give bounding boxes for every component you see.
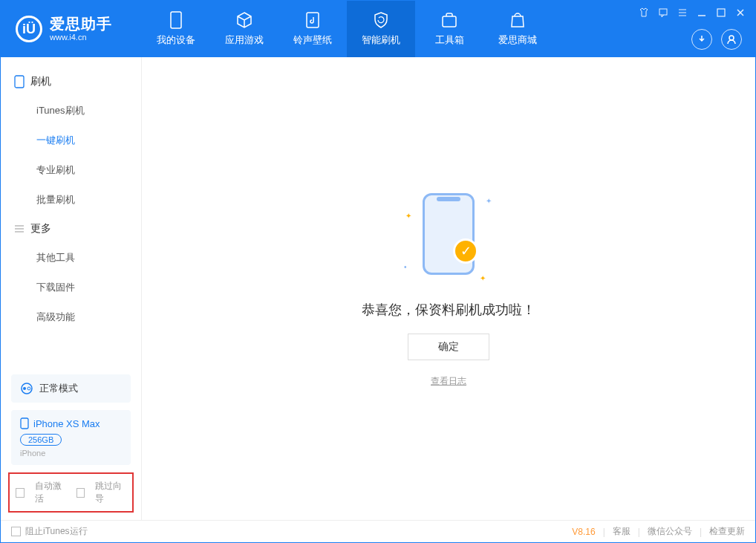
svg-rect-6 [15, 76, 24, 88]
sidebar-item-itunes-flash[interactable]: iTunes刷机 [1, 96, 141, 126]
svg-rect-10 [21, 418, 28, 429]
svg-rect-3 [659, 9, 667, 15]
auto-activate-label: 自动激活 [35, 480, 66, 505]
tab-toolbox[interactable]: 工具箱 [415, 1, 483, 57]
sidebar-item-batch-flash[interactable]: 批量刷机 [1, 185, 141, 215]
menu-icon[interactable] [677, 7, 688, 19]
phone-tiny-icon [20, 417, 29, 429]
section-label: 更多 [30, 222, 51, 235]
skip-guide-checkbox[interactable] [76, 488, 85, 498]
main-content: ✓ ✦✦•✦ 恭喜您，保资料刷机成功啦！ 确定 查看日志 [142, 57, 755, 520]
device-info-card[interactable]: iPhone XS Max 256GB iPhone [11, 410, 131, 465]
tab-label: 智能刷机 [362, 33, 400, 47]
phone-small-icon [14, 75, 25, 88]
tab-label: 爱思商城 [498, 33, 537, 47]
tab-ringtones[interactable]: 铃声壁纸 [278, 1, 347, 57]
device-capacity: 256GB [20, 434, 62, 446]
logo-area: iÜ 爱思助手 www.i4.cn [1, 15, 142, 42]
app-subtitle: www.i4.cn [50, 33, 112, 42]
section-label: 刷机 [30, 75, 51, 88]
device-type: iPhone [20, 449, 122, 458]
sidebar-item-other-tools[interactable]: 其他工具 [1, 243, 141, 273]
tab-label: 应用游戏 [225, 33, 264, 47]
tab-apps[interactable]: 应用游戏 [210, 1, 278, 57]
svg-rect-0 [171, 12, 181, 28]
device-mode-card[interactable]: 正常模式 [11, 374, 131, 403]
logo-icon: iÜ [16, 16, 42, 42]
wechat-link[interactable]: 微信公众号 [648, 525, 692, 538]
tab-label: 铃声壁纸 [293, 33, 332, 47]
app-header: iÜ 爱思助手 www.i4.cn 我的设备 应用游戏 铃声壁纸 智能刷机 工具… [1, 1, 755, 57]
close-icon[interactable] [734, 7, 746, 19]
sidebar-item-advanced[interactable]: 高级功能 [1, 302, 141, 332]
svg-point-5 [729, 36, 734, 40]
music-file-icon [304, 11, 322, 29]
success-message: 恭喜您，保资料刷机成功啦！ [362, 301, 535, 319]
auto-activate-checkbox[interactable] [16, 488, 25, 498]
sidebar-section-flash: 刷机 [1, 68, 141, 96]
mode-icon [20, 382, 33, 395]
sidebar: 刷机 iTunes刷机 一键刷机 专业刷机 批量刷机 更多 其他工具 下载固件 … [1, 57, 142, 520]
svg-point-8 [23, 387, 26, 390]
view-log-link[interactable]: 查看日志 [431, 375, 466, 388]
tab-store[interactable]: 爱思商城 [483, 1, 552, 57]
user-button[interactable] [721, 29, 742, 50]
tab-label: 工具箱 [435, 33, 464, 47]
tshirt-icon[interactable] [638, 7, 650, 19]
support-link[interactable]: 客服 [613, 525, 630, 538]
sidebar-item-pro-flash[interactable]: 专业刷机 [1, 155, 141, 185]
ok-button[interactable]: 确定 [408, 334, 489, 360]
svg-rect-4 [717, 9, 725, 16]
version-text: V8.16 [572, 527, 595, 537]
bag-icon [509, 11, 527, 29]
device-name: iPhone XS Max [33, 418, 100, 429]
maximize-icon[interactable] [715, 7, 727, 19]
sidebar-item-download-firmware[interactable]: 下载固件 [1, 273, 141, 302]
mode-label: 正常模式 [39, 382, 78, 395]
main-tabs: 我的设备 应用游戏 铃声壁纸 智能刷机 工具箱 爱思商城 [142, 1, 552, 57]
check-update-link[interactable]: 检查更新 [709, 525, 745, 538]
cube-icon [235, 11, 253, 29]
shield-refresh-icon [372, 11, 390, 29]
svg-point-9 [27, 387, 30, 390]
success-illustration: ✓ ✦✦•✦ [404, 189, 493, 286]
flash-options-row: 自动激活 跳过向导 [8, 472, 134, 513]
app-title: 爱思助手 [50, 15, 112, 33]
check-badge-icon: ✓ [453, 238, 478, 264]
tab-label: 我的设备 [157, 33, 195, 47]
block-itunes-checkbox[interactable] [11, 527, 21, 536]
block-itunes-label: 阻止iTunes运行 [25, 525, 88, 538]
download-button[interactable] [691, 29, 712, 50]
tab-my-device[interactable]: 我的设备 [142, 1, 210, 57]
tab-smart-flash[interactable]: 智能刷机 [347, 1, 415, 57]
status-bar: 阻止iTunes运行 V8.16 | 客服 | 微信公众号 | 检查更新 [1, 520, 755, 542]
svg-rect-2 [443, 16, 456, 27]
briefcase-icon [440, 11, 458, 29]
header-action-buttons [691, 29, 742, 50]
sidebar-section-more: 更多 [1, 215, 141, 243]
sidebar-item-onekey-flash[interactable]: 一键刷机 [1, 126, 141, 155]
phone-icon [167, 11, 185, 29]
skip-guide-label: 跳过向导 [95, 480, 126, 505]
svg-rect-1 [307, 13, 319, 27]
list-icon [14, 224, 25, 234]
minimize-icon[interactable] [696, 7, 708, 19]
feedback-icon[interactable] [657, 7, 669, 19]
window-controls [638, 7, 746, 19]
